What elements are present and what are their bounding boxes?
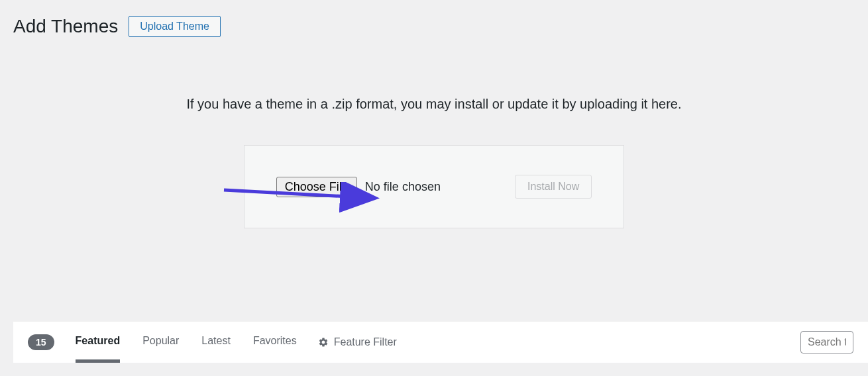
install-now-button[interactable]: Install Now — [515, 175, 592, 199]
no-file-chosen-text: No file chosen — [365, 180, 441, 194]
theme-count-badge: 15 — [28, 334, 54, 350]
tab-latest[interactable]: Latest — [200, 335, 232, 350]
page-title: Add Themes — [13, 16, 118, 37]
tab-popular[interactable]: Popular — [141, 335, 180, 350]
tab-featured[interactable]: Featured — [74, 335, 122, 350]
upload-theme-button[interactable]: Upload Theme — [129, 16, 221, 37]
filter-bar: 15 Featured Popular Latest Favorites Fea… — [13, 322, 868, 363]
gear-icon — [318, 337, 329, 348]
header-row: Add Themes Upload Theme — [0, 0, 868, 37]
search-input[interactable] — [800, 331, 853, 353]
upload-help-text: If you have a theme in a .zip format, yo… — [0, 97, 868, 112]
feature-filter-button[interactable]: Feature Filter — [318, 336, 397, 348]
tab-favorites[interactable]: Favorites — [252, 335, 298, 350]
upload-box: Choose File No file chosen Install Now — [244, 145, 624, 228]
choose-file-button[interactable]: Choose File — [276, 177, 357, 197]
search-container — [800, 331, 853, 353]
manual-upload-area: If you have a theme in a .zip format, yo… — [0, 97, 868, 228]
feature-filter-label: Feature Filter — [334, 336, 397, 348]
